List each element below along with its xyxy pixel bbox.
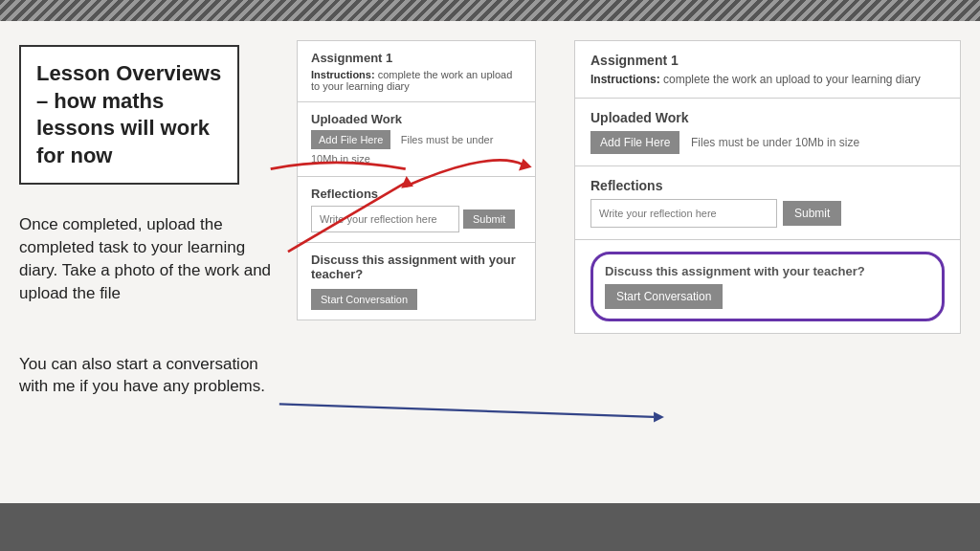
right-reflection-input[interactable] <box>590 199 777 228</box>
slide-area: Lesson Overviews – how maths lessons wil… <box>0 21 980 503</box>
right-reflections-header: Reflections <box>590 178 945 193</box>
right-submit-button[interactable]: Submit <box>783 201 841 226</box>
description-1: Once completed, upload the completed tas… <box>19 213 287 304</box>
right-start-conversation-button[interactable]: Start Conversation <box>605 284 723 309</box>
right-instructions: Instructions: complete the work an uploa… <box>590 73 945 86</box>
left-column: Lesson Overviews – how maths lessons wil… <box>19 40 287 484</box>
center-assignment-title: Assignment 1 <box>311 51 522 65</box>
right-reflection-row: Submit <box>590 199 945 228</box>
center-discuss: Discuss this assignment with your teache… <box>297 243 536 320</box>
right-panel-group: Assignment 1 Instructions: complete the … <box>574 40 961 334</box>
right-file-row: Add File Here Files must be under 10Mb i… <box>590 131 945 154</box>
right-column: Assignment 1 Instructions: complete the … <box>574 40 961 484</box>
center-uploaded-work: Uploaded Work Add File Here Files must b… <box>297 102 536 177</box>
center-file-row: Add File Here Files must be under 10Mb i… <box>311 130 522 166</box>
right-uploaded-header: Uploaded Work <box>590 110 945 125</box>
right-reflections: Reflections Submit <box>574 166 961 240</box>
right-file-note: Files must be under 10Mb in size <box>691 136 859 149</box>
spacer <box>546 40 565 484</box>
center-panel-group: Assignment 1 Instructions: complete the … <box>297 40 536 320</box>
center-add-file-button[interactable]: Add File Here <box>311 130 390 149</box>
description-2: You can also start a conversation with m… <box>19 353 287 399</box>
center-instructions: Instructions: complete the work an uploa… <box>311 69 522 92</box>
title-text: Lesson Overviews – how maths lessons wil… <box>36 61 221 167</box>
right-assignment-header: Assignment 1 Instructions: complete the … <box>574 40 961 99</box>
right-discuss: Discuss this assignment with your teache… <box>574 240 961 334</box>
right-assignment-title: Assignment 1 <box>590 53 945 68</box>
right-discuss-header: Discuss this assignment with your teache… <box>605 264 930 278</box>
center-uploaded-header: Uploaded Work <box>311 112 522 126</box>
center-reflections: Reflections Submit <box>297 177 536 243</box>
center-start-conversation-button[interactable]: Start Conversation <box>311 289 417 310</box>
top-stripe <box>0 0 980 21</box>
right-instructions-label: Instructions: <box>590 73 660 86</box>
center-submit-button[interactable]: Submit <box>463 209 515 229</box>
discuss-highlight-box: Discuss this assignment with your teache… <box>590 252 945 321</box>
title-box: Lesson Overviews – how maths lessons wil… <box>19 45 239 185</box>
center-reflections-header: Reflections <box>311 187 522 201</box>
right-uploaded-work: Uploaded Work Add File Here Files must b… <box>574 99 961 166</box>
center-discuss-header: Discuss this assignment with your teache… <box>311 253 522 281</box>
center-assignment-header: Assignment 1 Instructions: complete the … <box>297 40 536 102</box>
bottom-floor <box>0 503 980 551</box>
right-instructions-text: complete the work an upload to your lear… <box>663 73 921 86</box>
center-reflection-input[interactable] <box>311 206 459 232</box>
center-instructions-label: Instructions: <box>311 69 375 80</box>
right-add-file-button[interactable]: Add File Here <box>590 131 679 154</box>
center-reflection-row: Submit <box>311 206 522 232</box>
center-column: Assignment 1 Instructions: complete the … <box>297 40 536 484</box>
